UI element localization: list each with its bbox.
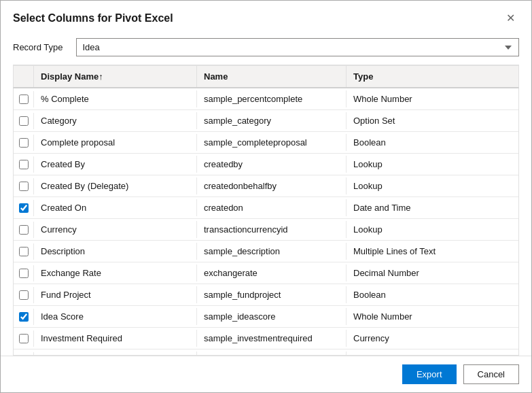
display-name-cell: Created On (34, 199, 197, 216)
table-row: % Completesample_percentcompleteWhole Nu… (14, 88, 518, 110)
display-name-cell: Currency (34, 221, 197, 238)
type-cell: Lookup (347, 221, 518, 238)
checkbox-cell (14, 200, 34, 216)
type-cell: Lookup (347, 177, 518, 194)
display-name-cell: Fund Project (34, 286, 197, 303)
column-header-checkbox (14, 66, 34, 87)
row-checkbox[interactable] (19, 334, 29, 343)
row-checkbox[interactable] (19, 116, 29, 126)
record-type-label: Record Type (13, 42, 63, 52)
table-row: CurrencytransactioncurrencyidLookup (14, 219, 518, 241)
type-cell: Boolean (347, 286, 518, 303)
display-name-cell: Description (34, 243, 197, 260)
name-cell: exchangerate (197, 264, 347, 281)
name-cell: sample_fundproject (197, 286, 347, 303)
type-cell: Lookup (347, 156, 518, 173)
checkbox-cell (14, 309, 34, 325)
name-cell: createdonbehalfby (197, 177, 347, 194)
checkbox-cell (14, 113, 34, 129)
type-cell: Currency (347, 330, 518, 347)
type-cell: Decimal Number (347, 264, 518, 281)
table-row: Created OncreatedonDate and Time (14, 197, 518, 219)
name-cell: createdon (197, 199, 347, 216)
display-name-cell: Created By (34, 156, 197, 173)
table-row: Exchange RateexchangerateDecimal Number (14, 262, 518, 284)
dialog-footer: Export Cancel (1, 356, 531, 392)
row-checkbox[interactable] (19, 290, 29, 300)
name-cell: sample_completeproposal (197, 134, 347, 151)
type-cell: Whole Number (347, 90, 518, 107)
name-cell: sample_percentcomplete (197, 90, 347, 107)
table-row: Created BycreatedbyLookup (14, 154, 518, 175)
name-cell: sample_category (197, 112, 347, 129)
table-header: Display Name↑ Name Type (13, 65, 519, 88)
table-row: Idea Scoresample_ideascoreWhole Number (14, 306, 518, 328)
checkbox-cell (14, 265, 34, 281)
table-container: Display Name↑ Name Type % Completesample… (13, 65, 519, 356)
display-name-cell: Exchange Rate (34, 264, 197, 281)
name-cell: sample_ideascore (197, 308, 347, 325)
table-body: % Completesample_percentcompleteWhole Nu… (13, 88, 519, 356)
dialog-title: Select Columns for Pivot Excel (13, 12, 173, 24)
record-type-row: Record Type Idea (1, 33, 531, 65)
display-name-cell: Investment Required (34, 330, 197, 347)
export-button[interactable]: Export (402, 364, 457, 384)
column-header-name: Name (197, 66, 347, 87)
display-name-cell: % Complete (34, 90, 197, 107)
table-row: Investment Requiredsample_investmentrequ… (14, 328, 518, 349)
table-row: Created By (Delegate)createdonbehalfbyLo… (14, 175, 518, 197)
table-row: Complete proposalsample_completeproposal… (14, 132, 518, 154)
row-checkbox[interactable] (19, 312, 29, 322)
name-cell: sample_investmentrequired (197, 330, 347, 347)
type-cell: Whole Number (347, 308, 518, 325)
row-checkbox[interactable] (19, 247, 29, 256)
row-checkbox[interactable] (19, 95, 29, 104)
checkbox-cell (14, 135, 34, 151)
close-button[interactable]: ✕ (502, 10, 519, 26)
cancel-button[interactable]: Cancel (463, 364, 519, 384)
type-cell: Multiple Lines of Text (347, 243, 518, 260)
type-cell: Option Set (347, 112, 518, 129)
display-name-cell: Idea Score (34, 308, 197, 325)
name-cell: createdby (197, 156, 347, 173)
display-name-cell: Created By (Delegate) (34, 177, 197, 194)
checkbox-cell (14, 156, 34, 173)
row-checkbox[interactable] (19, 160, 29, 169)
name-cell: sample_description (197, 243, 347, 260)
display-name-cell: Complete proposal (34, 134, 197, 151)
table-row: Descriptionsample_descriptionMultiple Li… (14, 241, 518, 262)
row-checkbox[interactable] (19, 269, 29, 278)
checkbox-cell (14, 243, 34, 260)
display-name-cell: Category (34, 112, 197, 129)
row-checkbox[interactable] (19, 225, 29, 235)
table-row: Categorysample_categoryOption Set (14, 110, 518, 132)
type-cell: Boolean (347, 134, 518, 151)
table-row: Fund Projectsample_fundprojectBoolean (14, 284, 518, 306)
checkbox-cell (14, 330, 34, 347)
checkbox-cell (14, 91, 34, 107)
column-header-display-name: Display Name↑ (34, 66, 197, 87)
table-row: Investment Required (Base)sample_investm… (14, 349, 518, 356)
record-type-select[interactable]: Idea (76, 38, 519, 56)
checkbox-cell (14, 178, 34, 194)
name-cell: transactioncurrencyid (197, 221, 347, 238)
column-header-type: Type (347, 66, 518, 87)
row-checkbox[interactable] (19, 138, 29, 148)
row-checkbox[interactable] (19, 203, 29, 213)
checkbox-cell (14, 287, 34, 303)
dialog-header: Select Columns for Pivot Excel ✕ (1, 1, 531, 33)
checkbox-cell (14, 222, 34, 238)
dialog: Select Columns for Pivot Excel ✕ Record … (0, 0, 532, 393)
type-cell: Date and Time (347, 199, 518, 216)
row-checkbox[interactable] (19, 182, 29, 191)
